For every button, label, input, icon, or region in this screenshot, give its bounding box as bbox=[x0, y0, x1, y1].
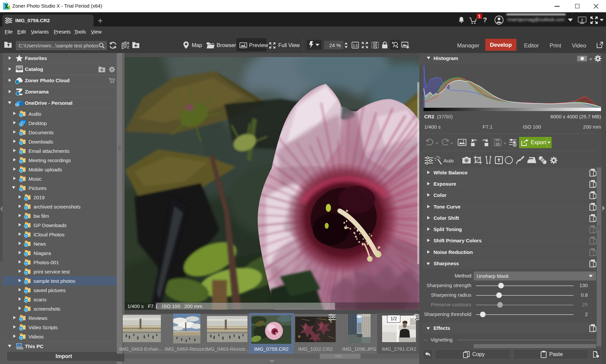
svg-text:1:1: 1:1 bbox=[353, 44, 358, 47]
svg-text:Z: Z bbox=[127, 45, 129, 49]
svg-text:2: 2 bbox=[581, 18, 583, 22]
svg-text:A: A bbox=[127, 41, 129, 45]
svg-text:1/400 s F7.1 ISO 100 200: 1/400 s F7.1 ISO 100 200 mm bbox=[127, 303, 202, 309]
